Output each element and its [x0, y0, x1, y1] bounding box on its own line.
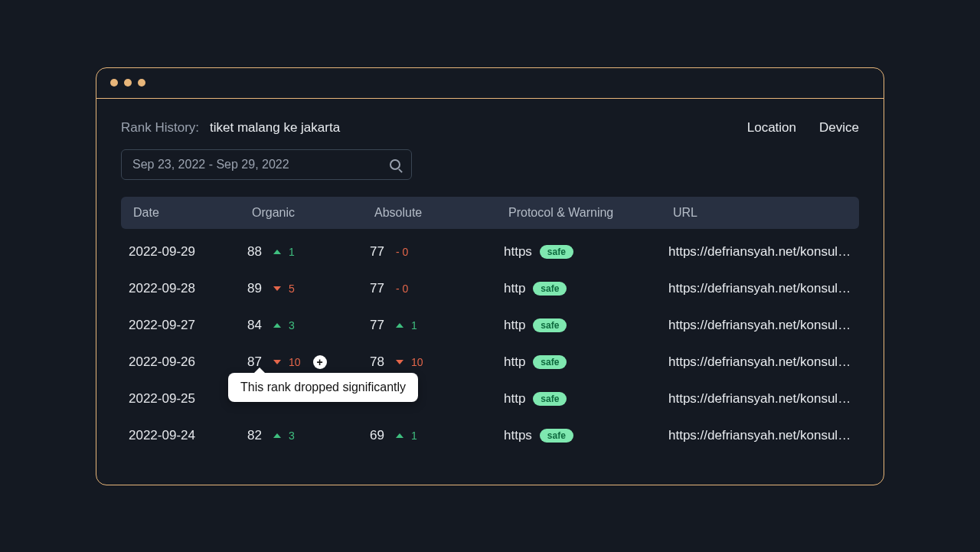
organic-value: 89	[247, 281, 266, 296]
trend-up-icon	[273, 323, 281, 328]
cell-absolute: 77- 0	[370, 281, 504, 296]
cell-protocol: httpssafe	[504, 428, 668, 443]
col-organic: Organic	[252, 206, 374, 220]
protocol-text: https	[504, 428, 532, 443]
cell-absolute: 771	[370, 318, 504, 333]
protocol-text: http	[504, 391, 525, 407]
cell-url[interactable]: https://defriansyah.net/konsultan...	[668, 354, 851, 370]
organic-value: 84	[247, 318, 266, 333]
organic-delta: 3	[289, 430, 295, 442]
cell-protocol: httpsafe	[504, 281, 668, 296]
trend-up-icon	[273, 250, 281, 254]
cell-organic: 881	[247, 244, 370, 260]
window-dot[interactable]	[110, 79, 118, 87]
cell-date: 2022-09-24	[129, 428, 247, 443]
titlebar	[96, 68, 884, 99]
location-filter[interactable]: Location	[747, 120, 796, 136]
cell-url[interactable]: https://defriansyah.net/konsultan...	[668, 318, 851, 333]
safe-badge: safe	[533, 355, 567, 369]
trend-up-icon	[396, 323, 403, 328]
table-row: 2022-09-27843771httpsafehttps://defrians…	[121, 307, 859, 344]
cell-absolute: 691	[370, 428, 504, 443]
absolute-value: 77	[370, 318, 388, 333]
organic-value: 88	[247, 244, 266, 260]
cell-url[interactable]: https://defriansyah.net/konsultan...	[668, 281, 851, 296]
safe-badge: safe	[540, 245, 573, 259]
col-url: URL	[673, 206, 847, 220]
protocol-text: https	[504, 244, 532, 260]
absolute-delta: 10	[411, 356, 423, 368]
cell-organic: 8710+	[247, 354, 370, 370]
window-controls	[110, 79, 145, 87]
cell-protocol: httpsafe	[504, 391, 668, 407]
trend-down-icon	[273, 360, 281, 364]
col-protocol: Protocol & Warning	[508, 206, 673, 220]
table-header: Date Organic Absolute Protocol & Warning…	[121, 197, 859, 229]
app-window: Rank History: tiket malang ke jakarta Lo…	[96, 67, 884, 485]
trend-down-icon	[396, 360, 403, 364]
organic-value: 82	[247, 428, 266, 443]
absolute-value: 78	[370, 354, 388, 370]
trend-up-icon	[273, 433, 281, 438]
absolute-delta: 1	[411, 319, 417, 332]
safe-badge: safe	[533, 318, 567, 332]
window-dot[interactable]	[138, 79, 145, 87]
cell-protocol: httpsafe	[504, 318, 668, 333]
expand-button[interactable]: +	[313, 355, 327, 369]
rank-drop-tooltip: This rank dropped significantly	[228, 373, 418, 402]
content: Rank History: tiket malang ke jakarta Lo…	[96, 99, 884, 485]
absolute-value: 77	[370, 281, 388, 296]
table-row: 2022-09-268710+7810httpsafehttps://defri…	[121, 344, 859, 381]
cell-url[interactable]: https://defriansyah.net/konsultan...	[668, 391, 851, 407]
cell-date: 2022-09-26	[129, 354, 247, 370]
col-date: Date	[133, 206, 252, 220]
cell-organic: 823	[247, 428, 370, 443]
organic-delta: 10	[289, 356, 301, 368]
cell-organic: 843	[247, 318, 370, 333]
header-row: Rank History: tiket malang ke jakarta Lo…	[121, 120, 859, 136]
organic-delta: 5	[289, 283, 295, 295]
absolute-delta: - 0	[396, 283, 408, 295]
cell-organic: 895	[247, 281, 370, 296]
cell-absolute: 77- 0	[370, 244, 504, 260]
rank-table: Date Organic Absolute Protocol & Warning…	[121, 197, 859, 454]
cell-url[interactable]: https://defriansyah.net/konsultan...	[668, 244, 851, 260]
absolute-delta: - 0	[396, 246, 408, 258]
device-filter[interactable]: Device	[819, 120, 859, 136]
cell-date: 2022-09-29	[129, 244, 247, 260]
protocol-text: http	[504, 318, 525, 333]
table-row: 2022-09-24823691httpssafehttps://defrian…	[121, 417, 859, 454]
cell-absolute: 7810	[370, 354, 504, 370]
table-row: 2022-09-2988177- 0httpssafehttps://defri…	[121, 234, 859, 270]
rank-history-label: Rank History:	[121, 120, 199, 136]
safe-badge: safe	[533, 392, 567, 406]
cell-date: 2022-09-28	[129, 281, 247, 296]
absolute-value: 77	[370, 244, 388, 260]
header-right: Location Device	[747, 120, 859, 136]
trend-up-icon	[396, 433, 403, 438]
cell-date: 2022-09-27	[129, 318, 247, 333]
cell-url[interactable]: https://defriansyah.net/konsultan...	[668, 428, 851, 443]
organic-delta: 1	[289, 246, 295, 258]
protocol-text: http	[504, 354, 525, 370]
trend-down-icon	[273, 286, 281, 291]
absolute-delta: 1	[411, 430, 417, 442]
col-absolute: Absolute	[374, 206, 508, 220]
organic-delta: 3	[289, 319, 295, 332]
cell-protocol: httpsafe	[504, 354, 668, 370]
cell-protocol: httpssafe	[504, 244, 668, 260]
table-row: 2022-09-2889577- 0httpsafehttps://defria…	[121, 270, 859, 307]
safe-badge: safe	[540, 429, 573, 443]
absolute-value: 69	[370, 428, 388, 443]
date-range-value: Sep 23, 2022 - Sep 29, 2022	[132, 158, 289, 171]
protocol-text: http	[504, 281, 525, 296]
date-range-input[interactable]: Sep 23, 2022 - Sep 29, 2022	[121, 149, 412, 180]
search-icon	[390, 159, 400, 170]
keyword-text: tiket malang ke jakarta	[210, 120, 340, 136]
header-left: Rank History: tiket malang ke jakarta	[121, 120, 340, 136]
table-body: 2022-09-2988177- 0httpssafehttps://defri…	[121, 229, 859, 454]
window-dot[interactable]	[124, 79, 132, 87]
safe-badge: safe	[533, 282, 567, 296]
